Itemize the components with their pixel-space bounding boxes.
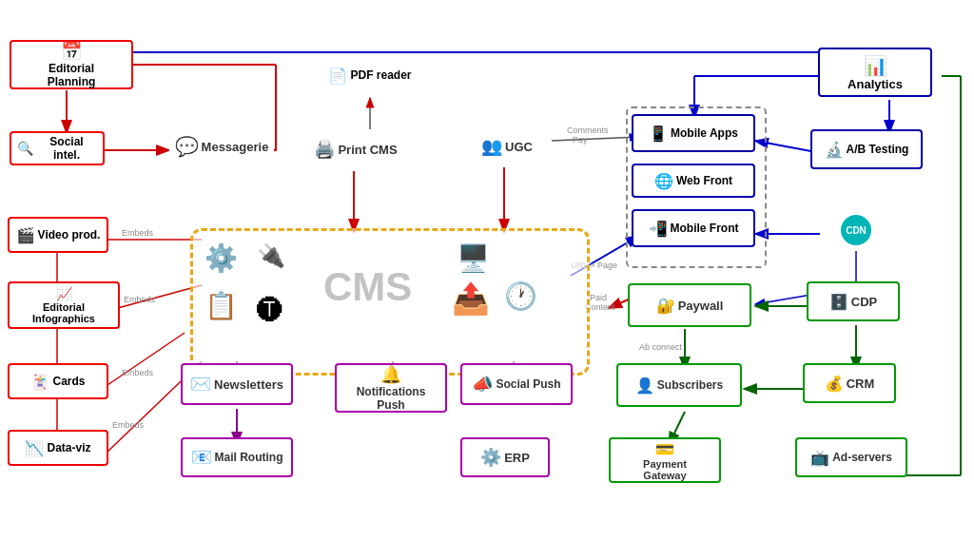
analytics-icon: 📊 [864, 54, 887, 77]
mail-routing-node: 📧 Mail Routing [181, 437, 293, 477]
cms-icon-workflow: ⚙️ [205, 242, 238, 274]
svg-line-18 [105, 333, 185, 387]
ugc-node: 👥 UGC [466, 126, 548, 166]
svg-text:Embeds: Embeds [112, 420, 145, 430]
ad-servers-icon: 📺 [810, 449, 829, 467]
erp-icon: ⚙️ [480, 447, 501, 468]
ab-testing-node: 🔬 A/B Testing [810, 129, 923, 169]
pdf-reader-node: 📄 PDF reader [318, 57, 422, 93]
mobile-apps-label: Mobile Apps [671, 126, 738, 140]
mail-routing-icon: 📧 [191, 447, 212, 468]
mail-routing-label: Mail Routing [215, 451, 283, 464]
mobile-front-node: 📲 Mobile Front [632, 209, 755, 247]
crm-icon: 💰 [825, 375, 844, 393]
editorial-infographics-label: Editorial Infographics [32, 301, 95, 324]
data-viz-label: Data-viz [47, 441, 90, 454]
notifications-push-node: 🔔 Notifications Push [335, 363, 447, 413]
erp-label: ERP [504, 451, 530, 465]
print-cms-label: Print CMS [338, 143, 397, 157]
web-front-icon: 🌐 [654, 172, 673, 190]
notifications-push-label: Notifications Push [357, 385, 426, 412]
cms-icon-layout: 📋 [205, 290, 238, 321]
messagerie-label: Messagerie [202, 140, 269, 154]
social-intel-icon: 🔍 [17, 141, 33, 156]
cms-icon-display: 🖥️ [457, 242, 490, 274]
newsletters-icon: ✉️ [190, 374, 211, 395]
social-intel-label: Social intel. [36, 135, 97, 162]
notifications-push-icon: 🔔 [380, 364, 401, 385]
cdn-circle: CDN [841, 215, 871, 245]
cdp-label: CDP [851, 295, 877, 309]
newsletters-label: Newsletters [214, 377, 283, 392]
payment-gateway-label: Payment Gateway [643, 458, 687, 481]
messagerie-icon: 💬 [175, 135, 199, 158]
editorial-infographics-node: 📈 Editorial Infographics [8, 281, 120, 329]
cms-icon-api: 🔌 [257, 242, 285, 269]
svg-text:Paid: Paid [590, 293, 607, 302]
paywall-node: 🔐 Paywall [628, 283, 751, 327]
newsletters-node: ✉️ Newsletters [181, 363, 293, 405]
paywall-label: Paywall [678, 299, 724, 313]
social-push-label: Social Push [496, 377, 560, 391]
social-push-node: 📣 Social Push [460, 363, 573, 405]
subscribers-icon: 👤 [635, 377, 654, 395]
data-viz-icon: 📉 [25, 439, 44, 457]
cdp-icon: 🗄️ [829, 293, 848, 311]
video-prod-icon: 🎬 [16, 226, 35, 244]
erp-node: ⚙️ ERP [460, 437, 550, 477]
editorial-planning-node: 📅 Editorial Planning [10, 40, 133, 89]
payment-gateway-icon: 💳 [655, 440, 674, 458]
cards-node: 🃏 Cards [8, 363, 108, 399]
svg-text:Ab connect: Ab connect [639, 342, 683, 352]
payment-gateway-node: 💳 Payment Gateway [609, 437, 721, 483]
editorial-planning-label: Editorial Planning [48, 62, 96, 88]
cards-label: Cards [52, 375, 85, 388]
subscribers-label: Subscribers [657, 378, 723, 392]
editorial-planning-icon: 📅 [61, 41, 82, 62]
video-prod-node: 🎬 Video prod. [8, 217, 108, 253]
cms-icon-schedule: 🕐 [504, 280, 537, 312]
cdn-node: CDN CDN [820, 211, 896, 249]
ab-testing-icon: 🔬 [825, 141, 844, 159]
crm-node: 💰 CRM [803, 363, 896, 403]
video-prod-label: Video prod. [38, 228, 101, 241]
messagerie-node: 💬 Messagerie [169, 127, 274, 165]
cards-icon: 🃏 [30, 373, 49, 391]
data-viz-node: 📉 Data-viz [8, 430, 108, 466]
ad-servers-label: Ad-servers [832, 451, 892, 464]
print-cms-icon: 🖨️ [314, 139, 335, 160]
social-intel-node: 🔍 Social intel. [10, 131, 105, 165]
svg-text:Comments: Comments [567, 126, 609, 135]
subscribers-node: 👤 Subscribers [616, 363, 742, 407]
ugc-icon: 👥 [481, 136, 502, 157]
paywall-icon: 🔐 [656, 297, 675, 315]
svg-text:Embeds: Embeds [124, 295, 156, 304]
analytics-label: Analytics [847, 77, 903, 91]
cms-diagram: Embeds Embeds Embeds Embeds Content Pre … [0, 0, 974, 560]
editorial-infographics-icon: 📈 [56, 286, 72, 301]
ad-servers-node: 📺 Ad-servers [795, 437, 907, 477]
svg-text:Embeds: Embeds [122, 228, 154, 238]
mobile-apps-node: 📱 Mobile Apps [632, 114, 755, 152]
web-front-label: Web Front [676, 174, 732, 187]
web-front-node: 🌐 Web Front [632, 164, 755, 198]
mobile-front-icon: 📲 [649, 220, 668, 238]
mobile-front-label: Mobile Front [671, 222, 739, 235]
print-cms-node: 🖨️ Print CMS [301, 129, 411, 169]
svg-line-16 [114, 285, 202, 309]
social-push-icon: 📣 [472, 374, 493, 395]
cms-label: CMS [323, 264, 412, 310]
ab-testing-label: A/B Testing [847, 143, 909, 156]
cms-icon-publish: 📤 [452, 280, 490, 317]
mobile-apps-icon: 📱 [649, 125, 668, 143]
ugc-label: UGC [505, 140, 533, 154]
svg-text:Embeds: Embeds [122, 368, 154, 377]
analytics-node: 📊 Analytics [818, 48, 932, 97]
pdf-icon: 📄 [328, 67, 347, 85]
cdp-node: 🗄️ CDP [807, 281, 900, 321]
pdf-reader-label: PDF reader [350, 68, 411, 82]
cms-icon-text: 🅣 [257, 295, 283, 326]
crm-label: CRM [847, 377, 875, 391]
svg-text:Pay: Pay [573, 135, 588, 145]
